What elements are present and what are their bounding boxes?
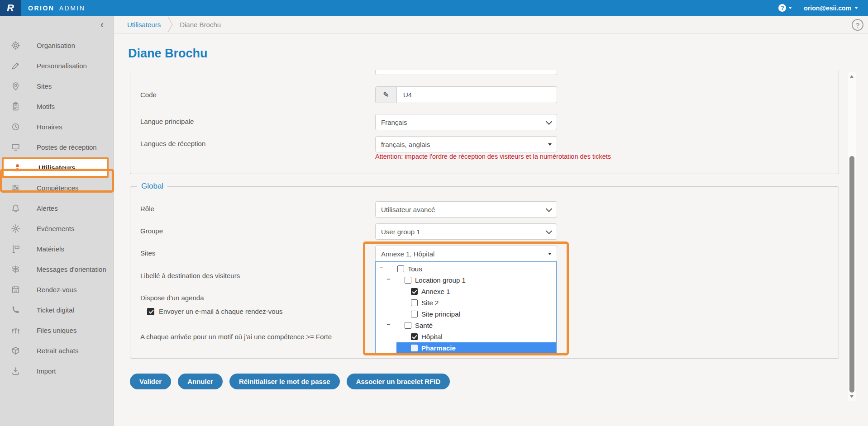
sidebar-item-label: Horaires — [37, 123, 62, 131]
sidebar-item-motifs[interactable]: Motifs — [0, 96, 114, 117]
tree-item-site-2[interactable]: Site 2 — [376, 297, 556, 308]
sidebar-item-postes-de-reception[interactable]: Postes de réception — [0, 137, 114, 157]
triangle-down-icon — [548, 143, 552, 146]
email-rdv-label: Envoyer un e-mail à chaque rendez-vous — [159, 308, 283, 315]
sidebar-item-alertes[interactable]: Alertes — [0, 198, 114, 218]
langue-principale-select[interactable]: Français — [375, 114, 557, 130]
app-title: ORION_ADMIN — [28, 5, 85, 12]
groupe-select[interactable]: User group 1 — [375, 223, 557, 240]
tree-checkbox[interactable] — [397, 265, 404, 272]
reception-warning: Attention: impacte l'ordre de réception … — [375, 153, 611, 160]
tree-item-tous[interactable]: −Tous — [376, 263, 556, 275]
langues-reception-select[interactable]: français, anglais — [375, 136, 557, 152]
tree-item-location-group-1[interactable]: −Location group 1 — [376, 275, 556, 286]
tree-checkbox[interactable] — [411, 345, 418, 351]
retrait-achats-icon — [11, 346, 29, 355]
chevron-down-icon — [546, 228, 552, 234]
code-label: Code — [140, 91, 157, 99]
sidebar-item-personnalisation[interactable]: Personnalisation — [0, 56, 114, 76]
tree-checkbox[interactable] — [411, 288, 418, 295]
scroll-down-icon[interactable] — [850, 395, 854, 398]
cut-off-input[interactable] — [375, 70, 557, 75]
caret-down-icon — [788, 7, 792, 9]
sidebar-item-label: Rendez-vous — [37, 286, 76, 293]
tree-item-label: Site principal — [421, 310, 460, 318]
brand-logo-icon[interactable]: R — [0, 0, 21, 16]
collapse-minus-icon[interactable]: − — [386, 275, 391, 283]
sites-select[interactable]: Annexe 1, Hôpital — [375, 246, 557, 262]
sidebar-item-retrait-achats[interactable]: Retrait achats — [0, 341, 114, 361]
page-title: Diane Brochu — [128, 47, 208, 61]
messages-orientation-icon — [11, 265, 29, 274]
sidebar-item-evenements[interactable]: Evénements — [0, 218, 114, 239]
tree-item-label: Pharmacie — [421, 344, 456, 352]
sidebar-item-label: Motifs — [37, 103, 55, 110]
breadcrumb-chevron-icon — [167, 16, 173, 33]
sidebar-item-label: Evénements — [37, 225, 74, 232]
edit-code-button[interactable]: ✎ — [375, 86, 397, 103]
email-rdv-row: Envoyer un e-mail à chaque rendez-vous — [147, 308, 283, 315]
tree-item-label: Tous — [408, 265, 422, 273]
code-input[interactable]: U4 — [397, 86, 557, 103]
annuler-button[interactable]: Annuler — [178, 374, 223, 389]
tree-item-pharmacie[interactable]: Pharmacie — [376, 342, 556, 354]
alertes-icon — [11, 204, 29, 213]
tree-item-site-principal[interactable]: Site principal — [376, 308, 556, 320]
collapse-minus-icon[interactable]: − — [386, 320, 391, 328]
tree-checkbox[interactable] — [411, 311, 418, 317]
tree-item-annexe-1[interactable]: Annexe 1 — [376, 286, 556, 297]
sidebar-item-rendez-vous[interactable]: 25Rendez-vous — [0, 279, 114, 300]
personnalisation-icon — [11, 61, 29, 71]
main-content: Diane Brochu Code ✎ U4 Langue principale… — [114, 33, 868, 426]
libelle-visiteurs-label: Libellé à destination des visiteurs — [140, 272, 240, 279]
tree-item-hopital[interactable]: Hôpital — [376, 331, 556, 342]
sidebar-item-sites[interactable]: Sites — [0, 76, 114, 96]
sidebar-item-label: Messages d'orientation — [37, 265, 106, 273]
import-icon — [11, 366, 29, 376]
competences-icon — [11, 183, 29, 193]
langue-principale-label: Langue principale — [140, 118, 194, 125]
tree-item-label: Annexe 1 — [421, 288, 450, 295]
utilisateurs-icon — [13, 163, 30, 172]
langues-reception-value: français, anglais — [381, 141, 430, 148]
sidebar-item-organisation[interactable]: Organisation — [0, 35, 114, 56]
breadcrumb-link-utilisateurs[interactable]: Utilisateurs — [127, 21, 161, 28]
tree-checkbox[interactable] — [411, 333, 418, 340]
role-select[interactable]: Utilisateur avancé — [375, 201, 557, 218]
motifs-icon — [11, 102, 29, 111]
sites-tree-dropdown: −Tous−Location group 1Annexe 1Site 2Site… — [375, 261, 557, 354]
form-scroll-area: Code ✎ U4 Langue principale Français Lan… — [127, 70, 857, 400]
help-menu[interactable]: ? — [778, 4, 792, 12]
tree-item-label: Location group 1 — [415, 276, 466, 284]
scroll-up-icon[interactable] — [850, 75, 854, 78]
sidebar-item-files-uniques[interactable]: Files uniques — [0, 320, 114, 341]
sidebar: ‹ OrganisationPersonnalisationSitesMotif… — [0, 16, 114, 426]
question-circle-icon[interactable]: ? — [852, 19, 863, 31]
valider-button[interactable]: Valider — [130, 374, 171, 389]
sidebar-item-ticket-digital[interactable]: Ticket digital — [0, 300, 114, 320]
langue-principale-value: Français — [381, 118, 407, 126]
groupe-value: User group 1 — [381, 228, 420, 236]
sidebar-item-messages-d-orientation[interactable]: Messages d'orientation — [0, 259, 114, 279]
sidebar-item-utilisateurs[interactable]: Utilisateurs — [2, 157, 109, 178]
tree-item-sante[interactable]: −Santé — [376, 320, 556, 331]
tree-checkbox[interactable] — [411, 299, 418, 306]
collapse-minus-icon[interactable]: − — [379, 264, 383, 271]
email-rdv-checkbox[interactable] — [147, 308, 154, 315]
tree-checkbox[interactable] — [405, 277, 411, 284]
sites-icon — [11, 81, 29, 91]
account-menu[interactable]: orion@esii.com — [804, 5, 858, 12]
competence-label: A chaque arrivée pour un motif où j'ai u… — [140, 333, 332, 341]
sidebar-item-competences[interactable]: Compétences — [0, 178, 114, 198]
collapse-sidebar-icon[interactable]: ‹ — [100, 19, 104, 30]
action-buttons: Valider Annuler Réinitialiser le mot de … — [130, 374, 450, 389]
sidebar-item-import[interactable]: Import — [0, 361, 114, 381]
sidebar-item-horaires[interactable]: Horaires — [0, 117, 114, 137]
tree-checkbox[interactable] — [405, 322, 411, 329]
scrollbar-thumb[interactable] — [849, 156, 854, 393]
associate-rfid-button[interactable]: Associer un bracelet RFID — [347, 374, 450, 389]
reset-password-button[interactable]: Réinitialiser le mot de passe — [229, 374, 340, 389]
sites-value: Annexe 1, Hôpital — [381, 250, 434, 258]
sidebar-item-materiels[interactable]: Matériels — [0, 239, 114, 259]
files-uniques-icon — [11, 326, 29, 335]
